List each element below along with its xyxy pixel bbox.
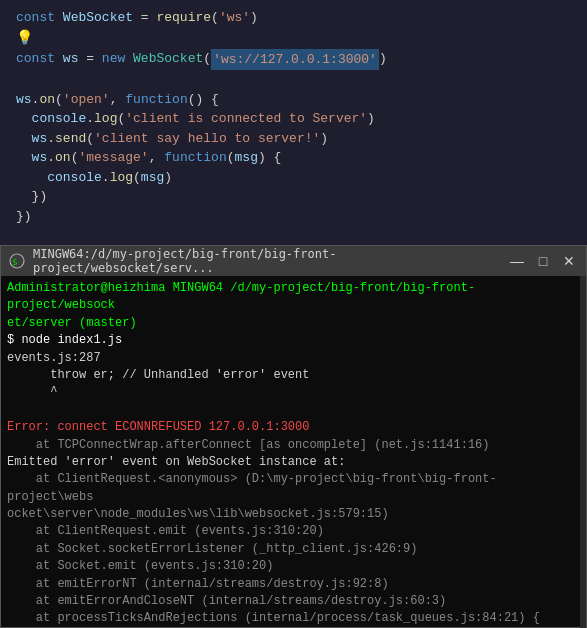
code-line-blank	[0, 70, 587, 90]
at-line-5: at Socket.emit (events.js:310:20)	[7, 558, 580, 575]
terminal-body[interactable]: Administrator@heizhima MINGW64 /d/my-pro…	[1, 276, 586, 627]
at-line-8: at processTicksAndRejections (internal/p…	[7, 610, 580, 627]
code-line-9: console . log ( msg )	[0, 168, 587, 188]
code-line-11: })	[0, 207, 587, 227]
terminal-icon: $	[9, 253, 25, 269]
command-line: $ node index1.js	[7, 332, 580, 349]
close-button[interactable]: ✕	[560, 252, 578, 270]
code-line-10: })	[0, 187, 587, 207]
terminal-titlebar: $ MINGW64:/d/my-project/big-front/big-fr…	[1, 246, 586, 276]
minimize-button[interactable]: —	[508, 252, 526, 270]
at-line-7: at emitErrorAndCloseNT (internal/streams…	[7, 593, 580, 610]
at-line-2b: ocket\server\node_modules\ws\lib\websock…	[7, 506, 580, 523]
code-editor: const WebSocket = require ( 'ws' ) 💡 con…	[0, 0, 587, 245]
svg-text:$: $	[12, 257, 17, 267]
at-line-6: at emitErrorNT (internal/streams/destroy…	[7, 576, 580, 593]
output-line-1: events.js:287	[7, 350, 580, 367]
maximize-button[interactable]: □	[534, 252, 552, 270]
at-line-1: at TCPConnectWrap.afterConnect [as oncom…	[7, 437, 580, 454]
terminal-window: $ MINGW64:/d/my-project/big-front/big-fr…	[0, 245, 587, 628]
code-line-7: ws . send ( 'client say hello to server!…	[0, 129, 587, 149]
code-line-8: ws . on ( 'message' , function ( msg ) {	[0, 148, 587, 168]
code-line-3: const ws = new WebSocket ('ws://127.0.0.…	[0, 49, 587, 71]
code-line-5: ws . on ( 'open' , function () {	[0, 90, 587, 110]
code-line-1: const WebSocket = require ( 'ws' )	[0, 8, 587, 28]
terminal-title: MINGW64:/d/my-project/big-front/big-fron…	[33, 247, 500, 275]
prompt-line-2: et/server (master)	[7, 315, 580, 332]
prompt-line-1: Administrator@heizhima MINGW64 /d/my-pro…	[7, 280, 580, 315]
output-line-3: ^	[7, 384, 580, 401]
lightbulb-icon[interactable]: 💡	[0, 28, 587, 49]
at-line-4: at Socket.socketErrorListener (_http_cli…	[7, 541, 580, 558]
at-line-3: at ClientRequest.emit (events.js:310:20)	[7, 523, 580, 540]
output-line-2: throw er; // Unhandled 'error' event	[7, 367, 580, 384]
emitted-line: Emitted 'error' event on WebSocket insta…	[7, 454, 580, 471]
code-line-6: console . log ( 'client is connected to …	[0, 109, 587, 129]
at-line-2: at ClientRequest.<anonymous> (D:\my-proj…	[7, 471, 580, 506]
error-main: Error: connect ECONNREFUSED 127.0.0.1:30…	[7, 419, 580, 436]
output-line-blank	[7, 402, 580, 419]
scrollbar[interactable]	[580, 276, 586, 628]
